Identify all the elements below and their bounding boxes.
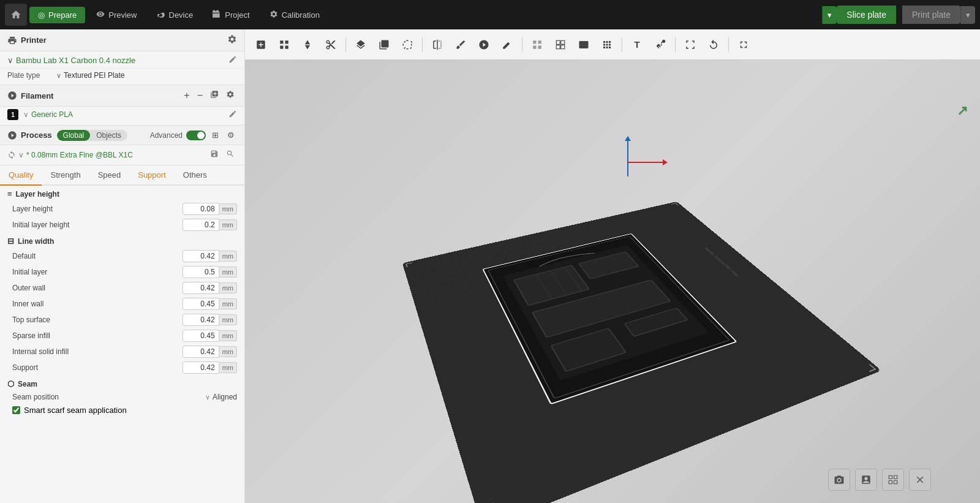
text-icon[interactable]: T: [626, 34, 648, 56]
toolbar-separator-6: [728, 37, 729, 52]
printer-section-header: Printer: [0, 29, 244, 51]
line-width-input-0[interactable]: [183, 250, 219, 262]
measure-icon[interactable]: [649, 34, 671, 56]
device-icon: [157, 10, 165, 20]
slice-plate-button[interactable]: Slice plate: [837, 6, 896, 24]
calibration-icon: [270, 10, 278, 20]
support-paint-icon[interactable]: [473, 34, 495, 56]
line-width-input-7[interactable]: [183, 361, 219, 374]
texture-icon[interactable]: [596, 34, 618, 56]
search-profile-icon[interactable]: [224, 148, 237, 162]
edit-printer-icon[interactable]: [228, 55, 237, 66]
tab-support[interactable]: Support: [129, 165, 175, 186]
layer-height-value: mm: [183, 203, 237, 215]
top-navigation: ◎ Prepare Preview Device Project Calibra…: [0, 0, 980, 29]
toolbar-separator-3: [522, 37, 522, 52]
process-left: Process Global Objects: [7, 130, 127, 141]
orient-icon[interactable]: [296, 34, 318, 56]
process-settings-icon[interactable]: ⚙: [225, 129, 237, 141]
print-plate-button[interactable]: Print plate: [902, 6, 960, 24]
rotate-icon[interactable]: [703, 34, 725, 56]
add-filament-button[interactable]: +: [181, 89, 192, 102]
tab-prepare[interactable]: ◎ Prepare: [29, 7, 85, 23]
profile-name[interactable]: ∨ * 0.08mm Extra Fine @BBL X1C: [18, 151, 205, 159]
toolbar-separator-5: [675, 37, 676, 52]
toolbar-separator-2: [422, 37, 423, 52]
initial-layer-height-input[interactable]: [183, 219, 219, 231]
print-bed-container: 01 Bambu Textured PEI Plate: [402, 201, 882, 503]
seam-section-header: ⬡ Seam: [0, 376, 244, 391]
mirror-icon[interactable]: [426, 34, 448, 56]
plate-type-selector[interactable]: ∨ Textured PEI Plate: [56, 71, 124, 80]
line-width-input-2[interactable]: [183, 282, 219, 294]
add-objects-icon[interactable]: [250, 34, 272, 56]
svg-rect-3: [561, 45, 565, 48]
close-view-icon[interactable]: [909, 469, 931, 491]
home-button[interactable]: [5, 4, 27, 26]
screenshot-icon[interactable]: [828, 469, 850, 491]
arrange-icon[interactable]: [273, 34, 295, 56]
seam-position-value: ∨ Aligned: [205, 393, 237, 401]
main-layout: Printer ∨ Bambu Lab X1 Carbon 0.4 nozzle…: [0, 29, 980, 503]
solid-icon[interactable]: [573, 34, 595, 56]
slice-dropdown-button[interactable]: ▾: [822, 6, 837, 24]
filament-title: Filament: [7, 91, 53, 100]
tab-calibration[interactable]: Calibration: [261, 6, 328, 24]
line-width-input-6[interactable]: [183, 346, 219, 358]
tab-quality[interactable]: Quality: [0, 165, 42, 186]
printer-model-row: ∨ Bambu Lab X1 Carbon 0.4 nozzle: [0, 51, 244, 69]
tab-others[interactable]: Others: [175, 165, 216, 186]
fullscreen-icon[interactable]: [733, 34, 755, 56]
corner-tr: [671, 203, 679, 206]
line-width-rows: Default mm Initial layer mm Outer wall m…: [0, 248, 244, 376]
line-width-input-1[interactable]: [183, 266, 219, 278]
line-width-input-4[interactable]: [183, 314, 219, 326]
global-toggle-btn[interactable]: Global: [57, 130, 91, 141]
left-panel: Printer ∨ Bambu Lab X1 Carbon 0.4 nozzle…: [0, 29, 245, 503]
scene-background: 01 Bambu Textured PEI Plate: [245, 60, 980, 503]
print-bed: 01 Bambu Textured PEI Plate: [402, 201, 882, 503]
compass-icon: ↗: [957, 103, 968, 119]
scale-icon[interactable]: [679, 34, 701, 56]
process-toggle: Global Objects: [57, 130, 127, 141]
layer-height-input[interactable]: [183, 203, 219, 215]
process-layout-icon[interactable]: ⊞: [209, 129, 221, 141]
printer-model-name[interactable]: ∨ Bambu Lab X1 Carbon 0.4 nozzle: [7, 56, 135, 65]
filament-settings-button[interactable]: [224, 89, 237, 102]
tab-strength[interactable]: Strength: [42, 165, 89, 186]
tab-device[interactable]: Device: [148, 6, 202, 24]
layers-icon[interactable]: [350, 34, 372, 56]
printer-settings-icon[interactable]: [227, 34, 237, 46]
filament-section-header: Filament + −: [0, 85, 244, 107]
tab-preview[interactable]: Preview: [88, 6, 145, 24]
line-width-input-5[interactable]: [183, 330, 219, 342]
save-profile-icon[interactable]: [208, 148, 221, 162]
tab-speed[interactable]: Speed: [89, 165, 130, 186]
corner-br: [864, 364, 876, 372]
stats-icon[interactable]: [855, 469, 877, 491]
objects-toggle-btn[interactable]: Objects: [90, 130, 127, 141]
paint-icon[interactable]: [450, 34, 472, 56]
edit-filament-icon[interactable]: [228, 110, 237, 120]
transform-icon[interactable]: [396, 34, 418, 56]
filament-presets-button[interactable]: [208, 89, 221, 102]
layer-height-row: Layer height mm: [0, 201, 244, 217]
filament-name-selector[interactable]: ∨ Generic PLA: [23, 110, 224, 119]
advanced-toggle[interactable]: [186, 130, 206, 140]
seam-paint-icon[interactable]: [496, 34, 518, 56]
toolbar-separator-1: [345, 37, 346, 52]
mesh-icon[interactable]: [526, 34, 548, 56]
layer-height-section-header: ≡ Layer height: [0, 186, 244, 201]
line-width-input-3[interactable]: [183, 298, 219, 310]
tab-project[interactable]: Project: [204, 6, 258, 24]
remove-filament-button[interactable]: −: [195, 89, 205, 102]
grid-icon[interactable]: [882, 469, 904, 491]
smart-scarf-checkbox[interactable]: [12, 406, 20, 414]
process-section-header: Process Global Objects Advanced ⊞ ⚙: [0, 126, 244, 145]
print-dropdown-button[interactable]: ▾: [960, 6, 975, 24]
svg-rect-0: [556, 40, 560, 44]
initial-layer-height-value: mm: [183, 219, 237, 231]
wireframe-icon[interactable]: [549, 34, 571, 56]
cut-icon[interactable]: [320, 34, 342, 56]
select-icon[interactable]: [373, 34, 395, 56]
